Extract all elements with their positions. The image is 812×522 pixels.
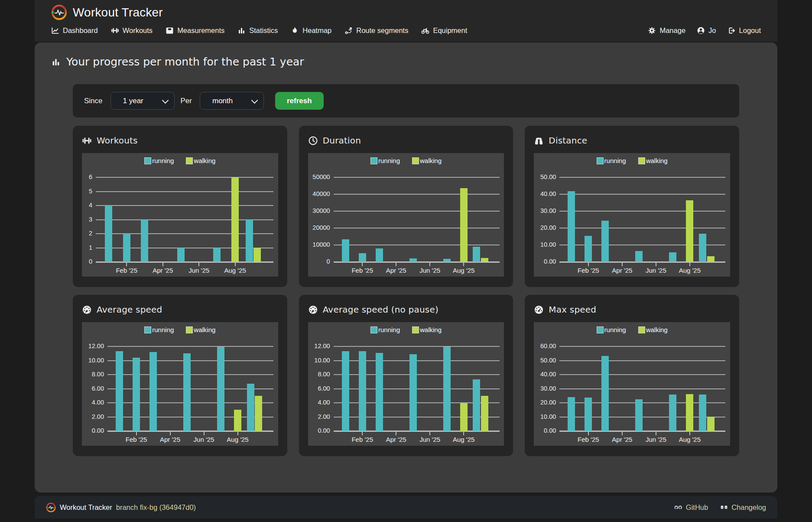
legend-item-running[interactable]: running [370,157,400,164]
legend-label: running [152,157,174,164]
changelog-link-label: Changelog [731,503,766,512]
bar-running-feb-25 [585,398,592,431]
gauge-high-icon [534,305,544,315]
since-select[interactable]: 1 year [110,92,175,110]
legend-item-walking[interactable]: walking [412,326,442,333]
sign-out-icon [728,26,736,35]
gridline [96,191,273,192]
nav-item-statistics[interactable]: Statistics [237,26,278,35]
x-tick-mark [429,263,430,266]
y-tick-label: 5 [82,188,92,195]
y-tick-label: 30.00 [534,207,556,214]
bar-running-jul-25 [669,252,676,262]
x-tick-label: Apr '25 [153,267,173,274]
x-tick-mark [396,263,396,266]
x-tick-mark [588,432,589,435]
legend-item-walking[interactable]: walking [412,157,442,164]
bar-walking-sep-25 [707,256,715,262]
legend-label: walking [420,326,442,333]
x-tick-label: Aug '25 [453,436,474,443]
nav-item-logout[interactable]: Logout [728,26,761,35]
legend-item-running[interactable]: running [144,157,174,164]
footer: Workout Tracker branch fix-bg (364947d0)… [35,496,777,519]
x-tick-label: Feb '25 [578,436,599,443]
footer-app-name: Workout Tracker [60,503,112,512]
nav-item-dashboard[interactable]: Dashboard [51,26,98,35]
bar-running-may-25 [409,354,417,431]
x-tick-mark [204,432,205,435]
legend-item-running[interactable]: running [370,326,400,333]
legend-label: walking [194,326,215,333]
github-link[interactable]: GitHub [674,503,708,512]
y-tick-label: 2.00 [308,413,330,420]
nav-left: DashboardWorkoutsMeasurementsStatisticsH… [51,26,467,35]
y-tick-label: 0.00 [82,427,104,434]
refresh-button[interactable]: refresh [275,92,324,110]
legend-item-running[interactable]: running [597,157,626,164]
nav-item-measurements[interactable]: Measurements [166,26,224,35]
bar-running-jan-25 [105,206,112,262]
bar-walking-sep-25 [481,258,488,262]
gauge-icon [82,305,92,315]
gridline [334,228,500,228]
y-tick-label: 10.00 [308,357,330,364]
nav-item-label: Manage [659,26,685,35]
nav-item-heatmap[interactable]: Heatmap [291,26,331,35]
chart-bars-icon [51,57,61,67]
bar-walking-sep-25 [255,396,262,431]
x-tick-mark [362,263,363,266]
chart-card-max-speed: Max speedrunningwalking0.0010.0020.0030.… [525,295,739,456]
changelog-link[interactable]: Changelog [720,503,766,512]
nav-item-manage[interactable]: Manage [648,26,685,35]
legend-item-walking[interactable]: walking [638,326,668,333]
legend-item-running[interactable]: running [597,326,626,333]
x-tick-mark [622,432,623,435]
bar-walking-aug-25 [686,394,693,431]
legend-item-walking[interactable]: walking [186,157,215,164]
x-tick-label: Jun '25 [646,436,666,443]
legend-swatch-walking [186,157,193,164]
x-tick-label: Apr '25 [386,436,406,443]
bar-running-may-25 [177,248,185,262]
chart-title: Distance [549,135,587,146]
y-tick-label: 4 [82,202,92,209]
y-tick-label: 6 [82,173,92,180]
y-tick-label: 6.00 [82,385,104,392]
x-tick-label: Aug '25 [679,436,701,443]
chart-legend: runningwalking [308,157,504,164]
header: Workout Tracker DashboardWorkoutsMeasure… [35,0,777,42]
gridline [334,346,500,347]
nav-item-jo[interactable]: Jo [697,26,716,35]
y-tick-label: 4.00 [82,399,104,406]
nav-item-equipment[interactable]: Equipment [421,26,467,35]
main-nav: DashboardWorkoutsMeasurementsStatisticsH… [47,21,765,36]
footer-left: Workout Tracker branch fix-bg (364947d0) [46,502,196,512]
main-content: Your progress per month for the past 1 y… [35,42,777,493]
bar-running-jan-25 [568,191,575,262]
legend-item-walking[interactable]: walking [186,326,215,333]
nav-right: ManageJoLogout [648,26,761,35]
gridline [559,346,725,347]
legend-swatch-walking [412,157,419,164]
bar-running-feb-25 [359,351,366,431]
x-tick-mark [170,432,171,435]
legend-item-running[interactable]: running [144,326,174,333]
x-tick-label: Jun '25 [419,267,440,274]
bar-running-jan-25 [568,397,575,431]
legend-item-walking[interactable]: walking [638,157,668,164]
chart-legend: runningwalking [82,326,278,333]
chart-legend: runningwalking [534,157,730,164]
bar-running-mar-25 [601,221,609,262]
x-tick-label: Aug '25 [453,267,474,274]
gridline [96,177,273,178]
per-select[interactable]: month [200,92,264,110]
nav-item-route-segments[interactable]: Route segments [344,26,408,35]
legend-label: walking [646,157,668,164]
version-link[interactable]: branch fix-bg (364947d0) [116,503,196,512]
x-tick-mark [463,432,464,435]
nav-item-workouts[interactable]: Workouts [111,26,153,35]
legend-label: running [604,157,626,164]
x-tick-label: Feb '25 [578,267,599,274]
fire-icon [291,26,299,35]
bar-running-jul-25 [443,347,451,431]
